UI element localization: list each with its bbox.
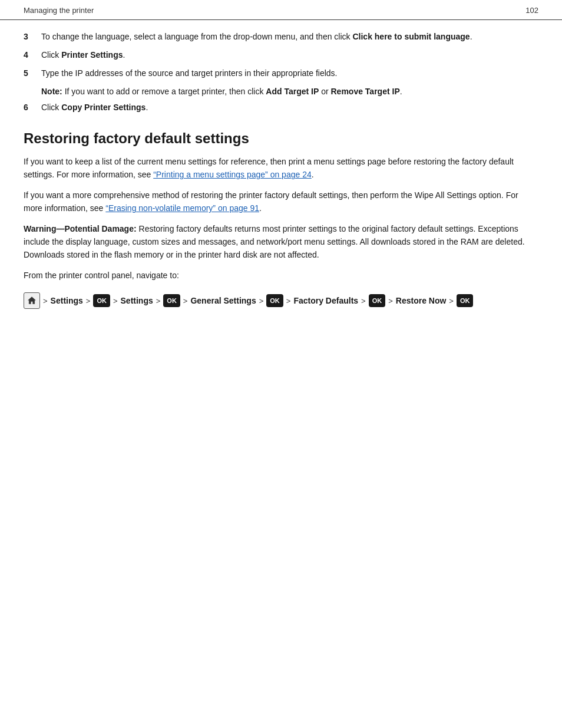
nav-label-restore-now: Restore Now (396, 296, 447, 305)
ok-badge-5: OK (457, 294, 474, 307)
ok-badge-3: OK (266, 294, 283, 307)
note-label: Note: (41, 87, 62, 96)
step-6-text: Click Copy Printer Settings. (41, 101, 148, 114)
warning-paragraph: Warning—Potential Damage: Restoring fact… (24, 222, 538, 262)
nav-label-settings-1: Settings (51, 296, 83, 305)
nav-arrow-6: > (259, 297, 264, 305)
nav-arrow-7: > (286, 297, 291, 305)
page-number: 102 (525, 6, 538, 15)
nav-label-settings-2: Settings (121, 296, 153, 305)
paragraph-2: If you want a more comprehensive method … (24, 189, 538, 215)
nav-arrow-9: > (388, 297, 393, 305)
step-4-text: Click Printer Settings. (41, 49, 125, 61)
section-heading: Restoring factory default settings (24, 130, 538, 147)
nav-arrow-3: > (113, 297, 118, 305)
page: Managing the printer 102 3 To change the… (0, 0, 562, 728)
nav-arrow-5: > (183, 297, 188, 305)
nav-arrow-4: > (156, 297, 161, 305)
step-3-text: To change the language, select a languag… (41, 31, 472, 43)
ok-badge-2: OK (163, 294, 180, 307)
step-6: 6 Click Copy Printer Settings. (24, 101, 538, 114)
home-icon (24, 292, 40, 309)
step-5: 5 Type the IP addresses of the source an… (24, 67, 538, 80)
nav-intro: From the printer control panel, navigate… (24, 269, 538, 282)
step-6-number: 6 (24, 101, 41, 114)
step-5-text: Type the IP addresses of the source and … (41, 67, 337, 80)
link-erasing-memory[interactable]: “Erasing non-volatile memory” on page 91 (105, 203, 259, 213)
step-4: 4 Click Printer Settings. (24, 49, 538, 61)
page-content: 3 To change the language, select a langu… (0, 31, 562, 332)
step-3-number: 3 (24, 31, 41, 43)
page-header: Managing the printer 102 (0, 0, 562, 20)
nav-arrow-2: > (86, 297, 91, 305)
step-5-number: 5 (24, 67, 41, 80)
link-printing-menu[interactable]: “Printing a menu settings page” on page … (153, 170, 312, 179)
nav-path: > Settings > OK > Settings > OK > Genera… (24, 292, 538, 309)
header-title: Managing the printer (24, 6, 94, 15)
nav-arrow-8: > (361, 297, 366, 305)
ok-badge-1: OK (93, 294, 110, 307)
note-block: Note: If you want to add or remove a tar… (41, 85, 538, 98)
nav-arrow-1: > (43, 297, 48, 305)
nav-arrow-10: > (449, 297, 454, 305)
nav-label-general-settings: General Settings (190, 296, 256, 305)
nav-label-factory-defaults: Factory Defaults (293, 296, 358, 305)
paragraph-1: If you want to keep a list of the curren… (24, 155, 538, 182)
step-4-number: 4 (24, 49, 41, 61)
ok-badge-4: OK (369, 294, 386, 307)
step-3: 3 To change the language, select a langu… (24, 31, 538, 43)
note-text: If you want to add or remove a target pr… (65, 87, 402, 96)
